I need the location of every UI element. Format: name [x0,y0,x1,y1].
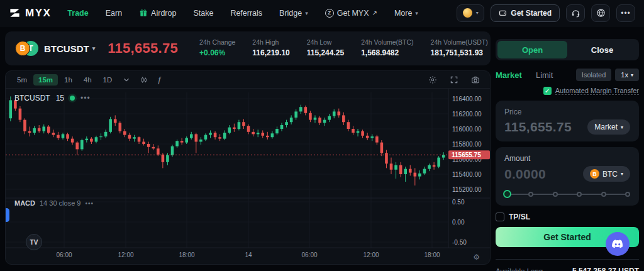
nav-item-label: Bridge [279,9,302,18]
timeframe-1h[interactable]: 1h [59,74,77,86]
nav-more-button[interactable]: ••• [616,4,635,22]
timeframe-1d[interactable]: 1D [98,74,118,86]
nav-item-more[interactable]: More▾ [394,9,418,18]
stat-value-main: 116,219.10 [252,48,289,57]
nav-get-started-button[interactable]: Get Started [491,4,560,22]
candle-body [290,118,293,122]
nav-item-airdrop[interactable]: Airdrop [139,9,176,18]
macd-more-button[interactable]: ••• [85,200,94,207]
nav-item-earn[interactable]: Earn [106,9,122,18]
pair-selector[interactable]: BTCUSDT ▾ [44,43,95,54]
candle-body [309,113,312,120]
macd-name: MACD [14,199,35,207]
slider-handle[interactable] [503,190,511,198]
price-field-card: Price 115,655.75 Market ▾ [496,101,639,141]
snapshot-button[interactable] [467,75,484,84]
available-balance-rows: Available Long5,547,258.27 USDTAvailable… [496,267,639,271]
candle-body [99,136,103,137]
chart-body[interactable]: BTCUSDT 15 ••• MACD 14 30 close 9 ••• TV… [6,89,491,265]
candle-body [361,131,364,136]
available-label[interactable]: Available Long [496,267,543,271]
tab-open[interactable]: Open [497,41,567,58]
globe-icon [596,8,606,18]
leverage-button[interactable]: 1x ▾ [615,69,639,81]
chevron-down-icon [122,75,131,84]
nav-item-bridge[interactable]: Bridge▾ [279,9,308,18]
candle-body [66,134,69,138]
discord-button[interactable] [606,232,630,256]
amount-slider[interactable] [504,190,630,199]
pane-resize-handle[interactable] [5,208,9,222]
candle-body [428,165,431,169]
token-balance-button[interactable]: ▾ [457,4,484,22]
myx-brand[interactable]: MYX [9,7,51,19]
candle-body [218,137,221,138]
candle-body [337,111,340,115]
stat-value: 181,751,531.93 [431,48,488,57]
candle-body [442,155,445,157]
support-button[interactable] [566,4,585,22]
slider-stop[interactable] [528,192,533,197]
nav-item-stake[interactable]: Stake [193,9,213,18]
candle-body [394,165,397,170]
candle-body [318,118,321,123]
indicators-button[interactable]: ƒ [153,75,165,84]
candle-body [223,133,226,139]
margin-mode-button[interactable]: Isolated [576,69,612,81]
btc-coin-icon: B [15,41,30,56]
candle-body [266,136,269,137]
order-type-limit[interactable]: Limit [536,70,553,80]
ticker-stat-24h-volume-btc-: 24h Volume(BTC)1,568.9482 [361,38,413,58]
time-axis-settings[interactable]: ⚙ [473,253,480,262]
order-type-row: MarketLimit Isolated 1x ▾ [496,69,639,81]
nav-item-get-myx[interactable]: ZGet MYX↗ [325,9,377,18]
candle-body [423,169,426,174]
timeframe-expand-button[interactable] [118,75,135,84]
market-status-dot[interactable] [70,96,75,101]
auto-margin-checkbox[interactable]: ✓ [543,87,552,95]
nav-item-trade[interactable]: Trade [67,9,88,18]
candle-body [352,129,355,133]
timeframe-5m[interactable]: 5m [12,74,32,86]
candle-body [280,125,284,129]
amount-input[interactable]: 0.0000 [504,167,546,182]
candle-body [433,165,436,167]
slider-stop[interactable] [601,192,606,197]
slider-track [507,194,628,195]
nav-item-referrals[interactable]: Referrals [230,9,262,18]
candle-body [375,136,379,143]
tradingview-logo[interactable]: TV [26,234,42,250]
order-type-market[interactable]: Market [496,70,522,80]
price-axis-label: 115800.00 [452,141,482,148]
candle-body [104,132,108,136]
fullscreen-icon [450,75,458,84]
candle-body [47,126,50,133]
tpsl-checkbox[interactable] [496,213,504,221]
candle-body [190,134,193,138]
price-field-value[interactable]: 115,655.75 [504,119,572,135]
language-button[interactable] [591,4,610,22]
candle-body [80,140,84,149]
chart-style-button[interactable] [136,75,152,84]
price-mode-button[interactable]: Market ▾ [587,119,630,135]
slider-stop[interactable] [625,192,630,197]
candlestick-chart[interactable]: 0.500.00-0.50116400.00116200.00116000.00… [6,89,491,265]
amount-currency-button[interactable]: B BTC ▾ [583,166,630,182]
candle-body [38,128,41,131]
discord-icon [611,238,624,250]
chevron-down-icon: ▾ [476,10,479,16]
ticker-stat-24h-low: 24h Low115,244.25 [307,38,344,58]
slider-stop[interactable] [553,192,558,197]
slider-stop[interactable] [577,192,582,197]
tab-close[interactable]: Close [567,41,637,58]
candle-body [414,173,417,177]
price-mode-label: Market [594,123,618,131]
timeframe-15m[interactable]: 15m [33,74,58,86]
timeframe-4h[interactable]: 4h [79,74,97,86]
legend-more-button[interactable]: ••• [80,94,91,102]
gift-icon [139,9,148,18]
chart-settings-button[interactable] [425,75,441,84]
stat-label: 24h Low [307,38,344,46]
fullscreen-button[interactable] [446,75,462,84]
stat-value-main: 115,244.25 [307,48,344,57]
